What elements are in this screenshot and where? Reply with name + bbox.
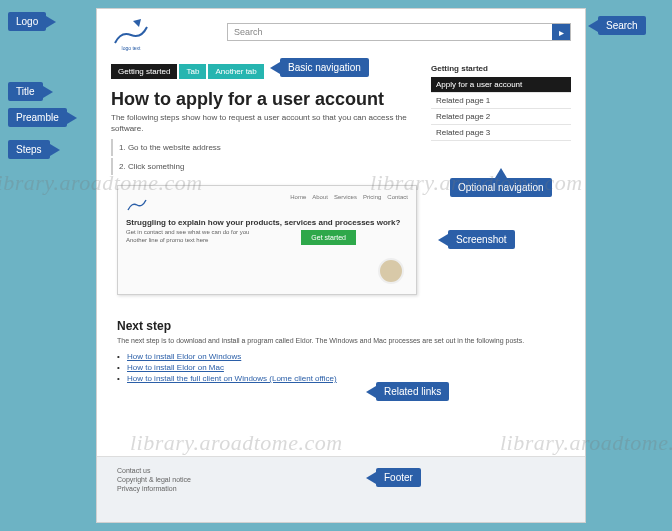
nav-tab-getting-started[interactable]: Getting started <box>111 64 177 79</box>
footer-link[interactable]: Privacy information <box>117 485 565 492</box>
steps-list: 1. Go to the website address 2. Click so… <box>111 139 415 177</box>
site-logo[interactable]: logo text <box>111 17 151 51</box>
callout-preamble: Preamble <box>8 108 67 127</box>
page-title: How to apply for a user account <box>111 89 384 110</box>
callout-footer: Footer <box>376 468 421 487</box>
related-link[interactable]: How to install Eldor on Mac <box>117 363 565 372</box>
related-link[interactable]: How to install Eldor on Windows <box>117 352 565 361</box>
sidebar-heading: Getting started <box>431 64 571 73</box>
related-link[interactable]: How to install the full client on Window… <box>117 374 565 383</box>
screenshot-cta-button[interactable]: Get started <box>301 230 356 245</box>
svg-text:logo text: logo text <box>122 45 142 51</box>
callout-search: Search <box>598 16 646 35</box>
sidebar-item[interactable]: Related page 3 <box>431 125 571 141</box>
footer-link[interactable]: Copyright & legal notice <box>117 476 565 483</box>
footer-link[interactable]: Contact us <box>117 467 565 474</box>
next-step-heading: Next step <box>117 319 565 333</box>
next-step-para: The next step is to download and install… <box>117 337 565 344</box>
screenshot-text: Another line of promo text here <box>126 237 408 245</box>
search-button[interactable]: ▸ <box>552 24 570 40</box>
search-bar[interactable]: Search ▸ <box>227 23 571 41</box>
callout-title: Title <box>8 82 43 101</box>
search-placeholder: Search <box>228 27 552 37</box>
screenshot-avatar <box>378 258 404 284</box>
step-item: 1. Go to the website address <box>111 139 415 156</box>
nav-tab-2[interactable]: Another tab <box>208 64 263 79</box>
screenshot-nav: HomeAboutServicesPricingContact <box>290 194 408 200</box>
callout-screenshot: Screenshot <box>448 230 515 249</box>
sidebar-item[interactable]: Apply for a user account <box>431 77 571 93</box>
screenshot-logo <box>126 194 148 214</box>
page-footer: Contact us Copyright & legal notice Priv… <box>97 456 585 522</box>
next-step-section: Next step The next step is to download a… <box>117 319 565 385</box>
nav-tab-1[interactable]: Tab <box>179 64 206 79</box>
callout-related: Related links <box>376 382 449 401</box>
sidebar-item[interactable]: Related page 1 <box>431 93 571 109</box>
page-preamble: The following steps show how to request … <box>111 113 415 135</box>
screenshot-text: Get in contact and see what we can do fo… <box>126 229 408 237</box>
callout-basicnav: Basic navigation <box>280 58 369 77</box>
screenshot-title: Struggling to explain how your products,… <box>126 218 408 227</box>
basic-navigation: Getting started Tab Another tab <box>111 64 264 79</box>
page-mockup: logo text Search ▸ Getting started Tab A… <box>96 8 586 523</box>
optional-navigation: Getting started Apply for a user account… <box>431 64 571 141</box>
callout-optnav: Optional navigation <box>450 178 552 197</box>
step-item: 2. Click something <box>111 158 415 175</box>
screenshot-frame: HomeAboutServicesPricingContact Struggli… <box>117 185 417 295</box>
sidebar-item[interactable]: Related page 2 <box>431 109 571 125</box>
callout-steps: Steps <box>8 140 50 159</box>
callout-logo: Logo <box>8 12 46 31</box>
